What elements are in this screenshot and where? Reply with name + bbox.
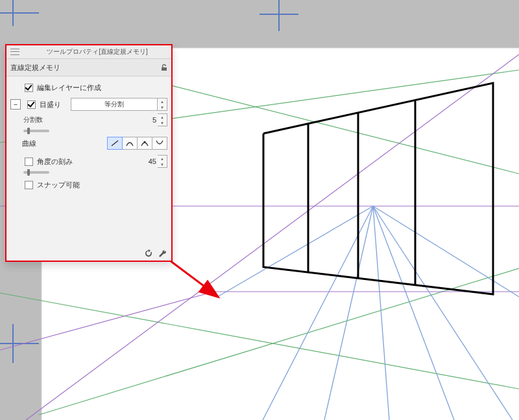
tool-name-row: 直線定規メモリ	[6, 59, 171, 76]
arc-with-handle-icon[interactable]	[137, 137, 152, 150]
tool-name: 直線定規メモリ	[10, 63, 160, 73]
lock-icon[interactable]	[160, 63, 169, 72]
angle-step-checkbox[interactable]	[25, 158, 33, 166]
arc-convex-icon[interactable]	[152, 137, 167, 150]
row-create-layer: 編集レイヤーに作成	[10, 80, 167, 95]
row-snap: スナップ可能	[10, 178, 167, 192]
scale-mode-value: 等分割	[104, 100, 124, 109]
create-on-edit-layer-label: 編集レイヤーに作成	[37, 83, 101, 93]
scale-checkbox[interactable]	[27, 100, 36, 109]
divisions-value[interactable]: 5	[137, 116, 158, 124]
line-icon[interactable]	[107, 137, 123, 150]
snap-label: スナップ可能	[37, 180, 80, 190]
scale-mode-stepper[interactable]: ▲▼	[158, 98, 167, 111]
svg-line-27	[112, 141, 118, 146]
panel-body: 編集レイヤーに作成 − 目盛り 等分割 ▲▼ 分割数 5 ▲▼ 曲線	[6, 76, 171, 192]
angle-step-slider[interactable]	[23, 171, 49, 174]
angle-step-label: 角度の刻み	[37, 157, 137, 167]
scale-mode-select[interactable]: 等分割	[71, 98, 158, 111]
row-scale: − 目盛り 等分割 ▲▼	[10, 97, 167, 111]
row-curve: 曲線	[10, 136, 167, 150]
create-on-edit-layer-checkbox[interactable]	[25, 84, 33, 92]
curve-label: 曲線	[22, 139, 53, 148]
snap-checkbox[interactable]	[25, 181, 33, 189]
row-divisions: 分割数 5 ▲▼	[23, 114, 167, 126]
divisions-label: 分割数	[23, 115, 137, 124]
panel-title: ツールプロパティ[直線定規メモリ]	[23, 47, 171, 56]
angle-step-stepper[interactable]: ▲▼	[158, 155, 167, 168]
panel-titlebar[interactable]: ツールプロパティ[直線定規メモリ]	[6, 45, 171, 59]
scale-collapse-button[interactable]: −	[10, 99, 21, 110]
reset-icon[interactable]	[144, 249, 153, 258]
svg-point-28	[144, 141, 146, 143]
divisions-stepper[interactable]: ▲▼	[158, 113, 167, 126]
divisions-slider[interactable]	[23, 130, 49, 132]
tool-property-panel: ツールプロパティ[直線定規メモリ] 直線定規メモリ 編集レイヤーに作成 − 目盛…	[5, 44, 173, 262]
wrench-icon[interactable]	[158, 249, 167, 258]
panel-menu-icon[interactable]	[10, 47, 19, 56]
scale-label: 目盛り	[40, 100, 71, 110]
curve-icon-strip	[108, 137, 167, 150]
row-angle-step: 角度の刻み 45 ▲▼	[10, 154, 167, 169]
angle-step-value[interactable]: 45	[137, 158, 158, 165]
arc-concave-icon[interactable]	[122, 137, 138, 150]
panel-footer	[144, 249, 167, 258]
